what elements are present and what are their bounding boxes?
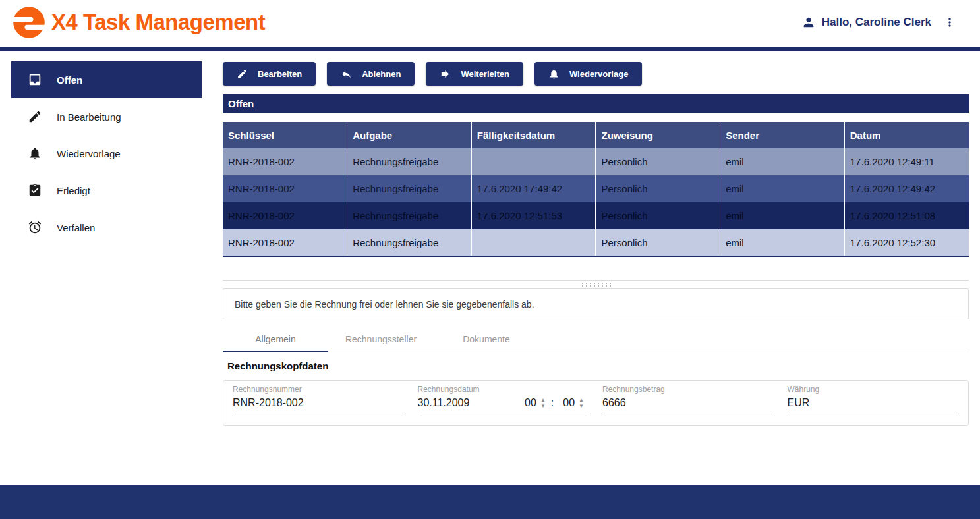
- table-body: RNR-2018-002RechnungsfreigabePersönliche…: [223, 148, 969, 256]
- page-title: X4 Task Management: [51, 10, 265, 35]
- minutes-decrement-button[interactable]: ▼: [579, 403, 584, 409]
- sidebar-item-label: In Bearbeitung: [57, 111, 121, 123]
- reply-arrow-icon: [341, 68, 352, 80]
- tab-dokumente[interactable]: Dokumente: [434, 326, 539, 352]
- main-content: BearbeitenAblehnenWeiterleitenWiedervorl…: [223, 51, 969, 426]
- pencil-icon: [237, 68, 248, 80]
- table-row[interactable]: RNR-2018-002Rechnungsfreigabe17.6.2020 1…: [223, 202, 969, 229]
- table-row[interactable]: RNR-2018-002Rechnungsfreigabe17.6.2020 1…: [223, 175, 969, 202]
- clipboard-check-icon: [28, 183, 42, 198]
- rechnungsnummer-input[interactable]: RNR-2018-002: [233, 397, 304, 409]
- table-cell: 17.6.2020 12:51:53: [471, 202, 596, 229]
- field-label: Rechnungsdatum: [418, 385, 590, 394]
- button-label: Wiedervorlage: [569, 69, 628, 79]
- button-label: Ablehnen: [362, 69, 401, 79]
- column-header[interactable]: Sender: [720, 122, 845, 148]
- sidebar-item-erledigt[interactable]: Erledigt: [11, 172, 202, 209]
- table-cell: Persönlich: [596, 175, 720, 202]
- table-cell: Persönlich: [596, 202, 720, 229]
- field-label: Währung: [788, 385, 960, 394]
- table-header-row: SchlüsselAufgabeFälligkeitsdatumZuweisun…: [223, 122, 969, 148]
- tab-rechnungssteller[interactable]: Rechnungssteller: [328, 326, 434, 352]
- tab-allgemein[interactable]: Allgemein: [223, 326, 328, 352]
- ablehnen-button[interactable]: Ablehnen: [327, 62, 415, 86]
- app-header: X4 Task Management Hallo, Caroline Clerk: [0, 0, 980, 51]
- field-label: Rechnungsbetrag: [602, 385, 774, 394]
- table-cell: Rechnungsfreigabe: [347, 229, 472, 256]
- table-cell: RNR-2018-002: [223, 175, 347, 202]
- sidebar-item-offen[interactable]: Offen: [11, 61, 202, 98]
- field-rechnungsnummer: Rechnungsnummer RNR-2018-002: [233, 385, 405, 422]
- app-logo-icon: [12, 5, 46, 40]
- column-header[interactable]: Datum: [844, 122, 969, 148]
- splitter: [223, 280, 969, 288]
- column-header[interactable]: Zuweisung: [596, 122, 720, 148]
- table-cell: emil: [720, 148, 845, 175]
- bearbeiten-button[interactable]: Bearbeiten: [223, 62, 316, 86]
- table-cell: 17.6.2020 12:52:30: [844, 229, 969, 256]
- sidebar-item-in-bearbeitung[interactable]: In Bearbeitung: [11, 98, 202, 135]
- forward-arrow-icon: [440, 68, 451, 80]
- sidebar-item-label: Verfallen: [57, 222, 95, 233]
- footer-bar: [0, 485, 980, 519]
- user-greeting: Hallo, Caroline Clerk: [822, 16, 931, 29]
- table-cell: [471, 229, 596, 256]
- sidebar-item-wiedervorlage[interactable]: Wiedervorlage: [11, 135, 202, 172]
- invoice-header-form: Rechnungsnummer RNR-2018-002 Rechnungsda…: [223, 380, 969, 426]
- table-cell: RNR-2018-002: [223, 148, 347, 175]
- alarm-clock-icon: [28, 220, 42, 234]
- more-menu-icon[interactable]: [943, 16, 956, 29]
- instruction-panel: Bitte geben Sie die Rechnung frei oder l…: [223, 288, 969, 319]
- hours-input[interactable]: 00: [525, 397, 536, 409]
- sidebar: OffenIn BearbeitungWiedervorlageErledigt…: [0, 51, 202, 246]
- hours-increment-button[interactable]: ▲: [540, 397, 546, 403]
- instruction-text: Bitte geben Sie die Rechnung frei oder l…: [235, 299, 534, 310]
- minutes-input[interactable]: 00: [563, 397, 575, 409]
- table-cell: 17.6.2020 17:49:42: [471, 175, 596, 202]
- toolbar: BearbeitenAblehnenWeiterleitenWiedervorl…: [223, 62, 969, 86]
- rechnungsdatum-input[interactable]: 30.11.2009: [418, 397, 470, 409]
- table-row[interactable]: RNR-2018-002RechnungsfreigabePersönliche…: [223, 229, 969, 256]
- table-cell: 17.6.2020 12:49:42: [844, 175, 969, 202]
- table-cell: Rechnungsfreigabe: [347, 202, 472, 229]
- sidebar-item-label: Wiedervorlage: [57, 148, 121, 159]
- wiedervorlage-button[interactable]: Wiedervorlage: [534, 62, 642, 86]
- button-label: Weiterleiten: [461, 69, 509, 79]
- field-rechnungsdatum: Rechnungsdatum 30.11.2009 00 ▲ ▼ : 00: [418, 385, 590, 422]
- button-label: Bearbeiten: [258, 69, 302, 79]
- task-list-title: Offen: [223, 94, 969, 113]
- field-waehrung: Währung EUR: [788, 385, 960, 422]
- waehrung-input[interactable]: EUR: [788, 397, 810, 409]
- bell-icon: [28, 146, 42, 161]
- hours-decrement-button[interactable]: ▼: [540, 403, 546, 409]
- detail-tabs: AllgemeinRechnungsstellerDokumente: [223, 326, 969, 352]
- section-title: Rechnungskopfdaten: [223, 360, 969, 371]
- task-table: SchlüsselAufgabeFälligkeitsdatumZuweisun…: [223, 122, 969, 257]
- sidebar-item-verfallen[interactable]: Verfallen: [11, 209, 202, 246]
- table-cell: Rechnungsfreigabe: [347, 175, 472, 202]
- pencil-icon: [28, 109, 42, 124]
- column-header[interactable]: Aufgabe: [347, 122, 472, 148]
- rechnungsbetrag-input[interactable]: 6666: [602, 397, 626, 409]
- table-cell: RNR-2018-002: [223, 202, 347, 229]
- column-header[interactable]: Schlüssel: [223, 122, 347, 148]
- table-cell: 17.6.2020 12:49:11: [844, 148, 969, 175]
- table-row[interactable]: RNR-2018-002RechnungsfreigabePersönliche…: [223, 148, 969, 175]
- page: X4 Task Management Hallo, Caroline Clerk…: [0, 0, 980, 519]
- sidebar-item-label: Erledigt: [57, 185, 90, 196]
- weiterleiten-button[interactable]: Weiterleiten: [426, 62, 523, 86]
- table-cell: emil: [720, 175, 845, 202]
- table-cell: emil: [720, 202, 845, 229]
- table-cell: [471, 148, 596, 175]
- time-separator: :: [551, 397, 554, 409]
- field-label: Rechnungsnummer: [233, 385, 405, 394]
- table-cell: Persönlich: [596, 229, 720, 256]
- splitter-grip-icon[interactable]: [581, 282, 611, 287]
- minutes-increment-button[interactable]: ▲: [579, 397, 584, 403]
- user-icon: [801, 15, 816, 30]
- column-header[interactable]: Fälligkeitsdatum: [471, 122, 596, 148]
- table-cell: Rechnungsfreigabe: [347, 148, 472, 175]
- field-rechnungsbetrag: Rechnungsbetrag 6666: [602, 385, 774, 422]
- sidebar-item-label: Offen: [57, 74, 82, 86]
- bell-icon: [548, 68, 560, 80]
